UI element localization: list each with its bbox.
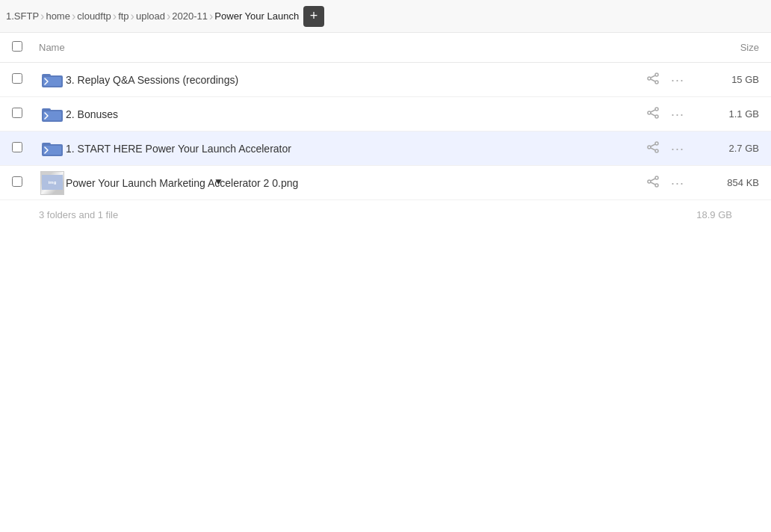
svg-line-23	[651, 148, 655, 150]
svg-line-7	[651, 79, 655, 81]
folder-icon	[42, 71, 63, 89]
table-header: Name Size	[0, 33, 771, 63]
add-button[interactable]: +	[303, 6, 324, 27]
row-filename: 1. START HERE Power Your Launch Accelera…	[66, 143, 644, 155]
breadcrumb-separator: ›	[40, 10, 44, 23]
row-select-checkbox[interactable]	[12, 142, 22, 152]
svg-line-14	[651, 110, 655, 112]
svg-point-3	[655, 73, 658, 76]
row-select-checkbox[interactable]	[12, 176, 22, 187]
more-button[interactable]: ···	[668, 173, 687, 193]
row-icon	[39, 105, 66, 123]
breadcrumb-separator: ›	[131, 10, 134, 23]
row-actions: ···	[644, 69, 687, 90]
row-select-checkbox[interactable]	[12, 73, 22, 84]
file-row[interactable]: 2. Bonuses ··· 1.1 GB	[0, 97, 771, 132]
row-size: 854 KB	[699, 177, 759, 188]
breadcrumb-item-ftp[interactable]: ftp	[118, 10, 128, 22]
svg-point-21	[655, 149, 658, 152]
svg-line-28	[651, 182, 655, 185]
share-button[interactable]	[644, 104, 662, 124]
header-checkbox-col	[12, 41, 39, 54]
svg-line-27	[651, 179, 655, 181]
row-size: 2.7 GB	[699, 143, 759, 154]
svg-point-20	[648, 146, 651, 149]
share-button[interactable]	[644, 138, 662, 158]
more-button[interactable]: ···	[668, 139, 687, 158]
svg-point-12	[648, 111, 651, 114]
breadcrumb-separator: ›	[72, 10, 75, 23]
row-actions: ···	[644, 104, 687, 124]
file-row[interactable]: img Power Your Launch Marketing Accelera…	[0, 166, 771, 200]
svg-point-11	[655, 108, 658, 111]
svg-rect-17	[42, 143, 51, 146]
more-button[interactable]: ···	[668, 105, 687, 124]
row-size: 15 GB	[699, 74, 759, 85]
name-column-header: Name	[39, 42, 684, 53]
row-checkbox[interactable]	[12, 142, 39, 155]
select-all-checkbox[interactable]	[12, 41, 22, 52]
svg-rect-1	[42, 74, 51, 77]
svg-line-6	[651, 75, 655, 78]
breadcrumb-separator: ›	[167, 10, 170, 23]
row-checkbox[interactable]	[12, 108, 39, 120]
share-button[interactable]	[644, 173, 662, 193]
svg-rect-9	[42, 108, 51, 111]
summary-right: 18.9 GB	[696, 209, 732, 220]
svg-rect-18	[43, 146, 61, 155]
row-filename: Power Your Launch Marketing Accelerator …	[66, 177, 644, 189]
file-row[interactable]: 1. START HERE Power Your Launch Accelera…	[0, 132, 771, 166]
row-icon	[39, 140, 66, 158]
breadcrumb-item-cloudftp[interactable]: cloudftp	[77, 10, 111, 22]
row-checkbox[interactable]	[12, 73, 39, 86]
svg-point-19	[655, 142, 658, 145]
summary-bar: 3 folders and 1 file 18.9 GB	[0, 203, 771, 226]
file-list: 3. Replay Q&A Sessions (recordings) ··· …	[0, 63, 771, 200]
png-thumbnail: img	[40, 171, 64, 195]
svg-point-25	[648, 180, 651, 183]
row-size: 1.1 GB	[699, 108, 759, 120]
breadcrumb-separator: ›	[113, 10, 117, 23]
breadcrumb-item-upload[interactable]: upload	[136, 10, 165, 22]
breadcrumb-separator: ›	[209, 10, 213, 23]
size-column-header: Size	[684, 42, 759, 53]
row-icon: img	[39, 171, 66, 195]
breadcrumb-item-power-your-launch[interactable]: Power Your Launch	[214, 10, 299, 22]
row-icon	[39, 71, 66, 89]
row-filename: 3. Replay Q&A Sessions (recordings)	[66, 74, 644, 86]
row-actions: ···	[644, 173, 687, 193]
svg-rect-2	[43, 77, 61, 86]
row-filename: 2. Bonuses	[66, 108, 644, 120]
row-actions: ···	[644, 138, 687, 158]
folder-icon	[42, 105, 63, 123]
more-button[interactable]: ···	[668, 70, 687, 90]
summary-left: 3 folders and 1 file	[39, 209, 118, 220]
row-select-checkbox[interactable]	[12, 108, 22, 118]
svg-line-22	[651, 144, 655, 146]
svg-rect-10	[43, 111, 61, 120]
svg-point-24	[655, 176, 658, 179]
breadcrumb-item-1.sftp[interactable]: 1.SFTP	[6, 10, 39, 22]
svg-point-13	[655, 115, 658, 118]
svg-point-5	[655, 81, 658, 84]
breadcrumb-item-home[interactable]: home	[46, 10, 70, 22]
svg-point-4	[648, 77, 651, 80]
share-button[interactable]	[644, 69, 662, 90]
svg-line-15	[651, 114, 655, 116]
row-checkbox[interactable]	[12, 176, 39, 189]
breadcrumb: 1.SFTP›home›cloudftp›ftp›upload›2020-11›…	[0, 0, 771, 33]
svg-point-26	[655, 184, 658, 187]
file-row[interactable]: 3. Replay Q&A Sessions (recordings) ··· …	[0, 63, 771, 97]
breadcrumb-item-2020-11[interactable]: 2020-11	[172, 10, 208, 22]
folder-icon	[42, 140, 63, 158]
